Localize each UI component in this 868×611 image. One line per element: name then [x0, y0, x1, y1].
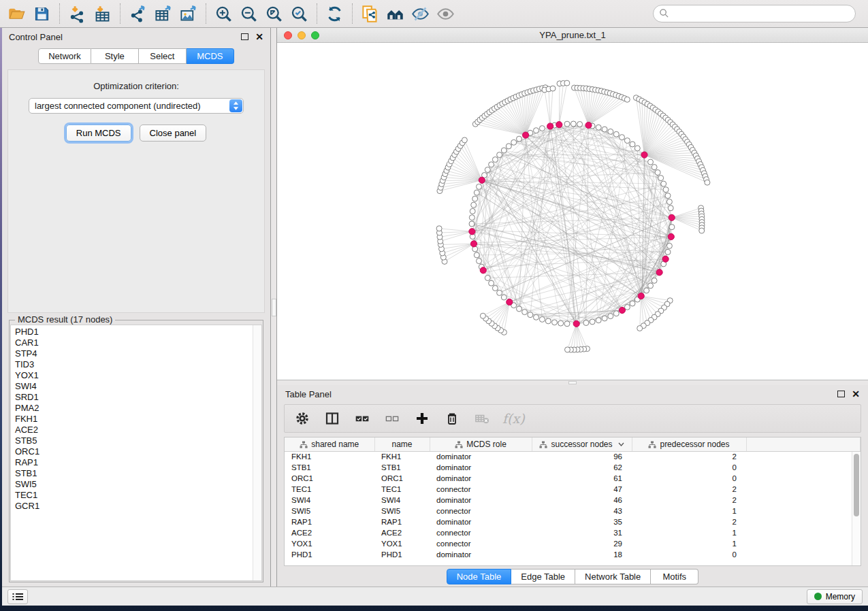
- tab-network[interactable]: Network: [38, 48, 91, 64]
- mcds-result-item[interactable]: STB5: [15, 435, 261, 446]
- network-node[interactable]: [661, 181, 666, 186]
- import-network-button[interactable]: [65, 1, 90, 27]
- network-node[interactable]: [474, 190, 479, 195]
- apply-layout-button[interactable]: [322, 1, 347, 27]
- memory-button[interactable]: Memory: [807, 589, 863, 604]
- cell[interactable]: 1: [632, 506, 746, 516]
- network-node[interactable]: [469, 221, 475, 227]
- cell[interactable]: 1: [632, 527, 746, 538]
- network-node[interactable]: [470, 208, 475, 214]
- network-hub-node[interactable]: [662, 256, 669, 262]
- cell[interactable]: 29: [532, 538, 632, 549]
- table-scrollbar[interactable]: [852, 452, 861, 565]
- cell[interactable]: 1: [632, 538, 746, 549]
- network-node[interactable]: [564, 121, 570, 127]
- cell[interactable]: 96: [532, 451, 632, 462]
- zoom-out-button[interactable]: [236, 1, 261, 27]
- network-node[interactable]: [511, 139, 517, 145]
- network-hub-node[interactable]: [638, 293, 644, 299]
- network-canvas[interactable]: [277, 43, 868, 380]
- network-node[interactable]: [539, 316, 545, 322]
- network-hub-node[interactable]: [573, 320, 579, 327]
- cell[interactable]: RAP1: [285, 516, 374, 527]
- network-node[interactable]: [666, 199, 672, 205]
- cell[interactable]: dominator: [430, 495, 532, 506]
- tab-select[interactable]: Select: [139, 48, 187, 64]
- column-header-predecessor-nodes[interactable]: predecessor nodes: [632, 437, 746, 451]
- mcds-result-item[interactable]: GCR1: [15, 501, 261, 512]
- network-leaf-node[interactable]: [624, 97, 630, 102]
- cell[interactable]: SWI4: [374, 495, 430, 506]
- network-node[interactable]: [648, 283, 654, 288]
- tab-node-table[interactable]: Node Table: [447, 569, 512, 584]
- mcds-result-item[interactable]: YOX1: [15, 370, 261, 381]
- network-hub-node[interactable]: [523, 132, 529, 138]
- cell[interactable]: dominator: [430, 451, 532, 462]
- zoom-selected-button[interactable]: [287, 1, 312, 27]
- network-hub-node[interactable]: [469, 229, 475, 235]
- network-node[interactable]: [602, 127, 607, 132]
- network-node[interactable]: [570, 121, 576, 127]
- cell[interactable]: 62: [532, 462, 632, 473]
- table-row[interactable]: TEC1TEC1connector472: [285, 484, 861, 495]
- network-leaf-node[interactable]: [699, 228, 705, 233]
- network-node[interactable]: [477, 259, 482, 264]
- close-window-icon[interactable]: [284, 31, 292, 39]
- cell[interactable]: 43: [532, 506, 632, 516]
- table-row[interactable]: SWI4SWI4dominator462: [285, 495, 861, 506]
- horizontal-splitter[interactable]: [277, 380, 868, 385]
- table-settings-button[interactable]: [290, 407, 315, 430]
- cell[interactable]: FKH1: [285, 451, 374, 462]
- cell[interactable]: ACE2: [285, 527, 374, 538]
- table-row[interactable]: FKH1FKH1dominator962: [285, 451, 861, 462]
- cell[interactable]: 2: [632, 516, 746, 527]
- mcds-result-item[interactable]: FKH1: [15, 414, 261, 425]
- network-node[interactable]: [648, 159, 654, 165]
- tab-motifs[interactable]: Motifs: [651, 569, 698, 584]
- create-column-button[interactable]: [410, 407, 434, 430]
- deselect-all-columns-button[interactable]: [380, 407, 404, 430]
- network-hub-node[interactable]: [656, 269, 662, 276]
- cell[interactable]: 31: [532, 527, 632, 538]
- cell[interactable]: PHD1: [285, 549, 374, 560]
- table-row[interactable]: ACE2ACE2connector311: [285, 527, 861, 538]
- network-node[interactable]: [469, 215, 475, 220]
- cell[interactable]: 2: [632, 495, 746, 506]
- cell[interactable]: 0: [632, 473, 746, 484]
- minimize-window-icon[interactable]: [298, 31, 306, 39]
- cell[interactable]: connector: [430, 506, 532, 516]
- network-node[interactable]: [501, 295, 507, 300]
- network-node[interactable]: [492, 286, 498, 291]
- cell[interactable]: connector: [430, 484, 532, 495]
- network-node[interactable]: [534, 128, 539, 133]
- network-node[interactable]: [613, 131, 619, 137]
- cell[interactable]: 47: [532, 484, 632, 495]
- network-node[interactable]: [492, 157, 498, 163]
- table-row[interactable]: YOX1YOX1connector291: [285, 538, 861, 549]
- mcds-result-item[interactable]: TID3: [15, 359, 261, 370]
- network-node[interactable]: [534, 314, 539, 320]
- network-node[interactable]: [506, 144, 511, 149]
- cell[interactable]: connector: [430, 538, 532, 549]
- cell[interactable]: 0: [632, 462, 746, 473]
- new-network-from-selection-button[interactable]: [357, 1, 383, 27]
- network-node[interactable]: [596, 125, 601, 130]
- network-node[interactable]: [613, 311, 619, 316]
- float-panel-icon[interactable]: [837, 391, 845, 397]
- network-node[interactable]: [630, 301, 635, 306]
- cell[interactable]: RAP1: [374, 516, 430, 527]
- hide-selected-button[interactable]: [408, 1, 433, 27]
- mcds-result-item[interactable]: SWI4: [15, 381, 261, 392]
- cell[interactable]: SWI4: [285, 495, 374, 506]
- network-node[interactable]: [517, 306, 522, 312]
- network-node[interactable]: [620, 135, 625, 140]
- mcds-result-item[interactable]: STB1: [15, 468, 261, 479]
- column-header-shared-name[interactable]: shared name: [285, 437, 374, 451]
- node-table[interactable]: shared namenameMCDS rolesuccessor nodesp…: [284, 437, 861, 566]
- network-node[interactable]: [665, 249, 671, 254]
- network-node[interactable]: [497, 152, 502, 158]
- table-row[interactable]: SWI5SWI5connector431: [285, 506, 861, 516]
- cell[interactable]: dominator: [430, 549, 532, 560]
- mcds-result-item[interactable]: STP4: [15, 348, 261, 359]
- network-hub-node[interactable]: [479, 177, 485, 183]
